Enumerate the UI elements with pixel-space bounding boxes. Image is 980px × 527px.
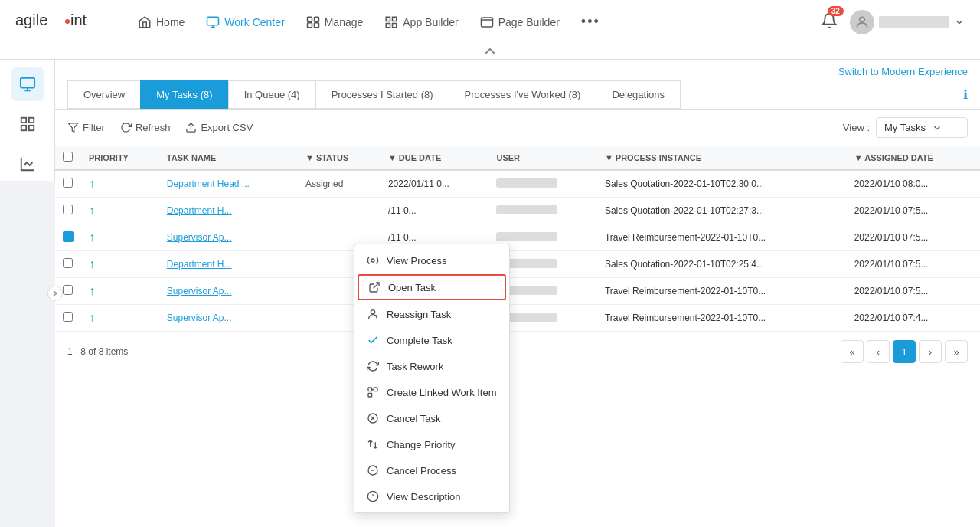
nav-app-builder[interactable]: App Builder: [384, 15, 458, 29]
process-instance-cell: Travel Reimbursement-2022-01-10T0...: [597, 278, 847, 305]
filter-button[interactable]: Filter: [67, 122, 105, 133]
notification-badge: 32: [828, 6, 844, 16]
priority-indicator: ↑: [89, 231, 95, 244]
table-container: PRIORITY TASK NAME ▼ STATUS ▼ DUE DATE U…: [55, 146, 980, 332]
table-header-row: PRIORITY TASK NAME ▼ STATUS ▼ DUE DATE U…: [55, 146, 980, 170]
notification-button[interactable]: 32: [821, 12, 838, 31]
last-page-button[interactable]: »: [945, 340, 968, 363]
main-layout: Switch to Modern Experience Overview My …: [0, 60, 980, 527]
tab-in-queue[interactable]: In Queue (4): [228, 80, 316, 109]
assigned-date-header: ▼ ASSIGNED DATE: [847, 146, 980, 170]
menu-item-cancel-task[interactable]: Cancel Task: [354, 405, 509, 431]
collapse-bar[interactable]: [0, 44, 980, 60]
priority-cell: ↑: [81, 305, 159, 332]
svg-rect-14: [20, 78, 34, 88]
task-link[interactable]: Department H...: [167, 205, 232, 216]
assigned-date-cell: 2022/01/10 07:5...: [847, 198, 980, 224]
priority-indicator: ↑: [89, 284, 95, 297]
table-row: ↑Department Head ...Assigned2022/01/11 0…: [55, 170, 980, 198]
tab-my-tasks[interactable]: My Tasks (8): [140, 80, 228, 109]
page-1-button[interactable]: 1: [893, 340, 916, 363]
task-link[interactable]: Supervisor Ap...: [167, 313, 232, 323]
tab-processes-worked[interactable]: Processes I've Worked (8): [449, 80, 597, 109]
menu-item-view-description[interactable]: View Description: [354, 483, 509, 509]
menu-item-cancel-process[interactable]: Cancel Process: [354, 457, 509, 483]
refresh-icon: [120, 122, 132, 133]
svg-rect-8: [387, 17, 390, 21]
tab-overview[interactable]: Overview: [67, 80, 141, 109]
tab-processes-started[interactable]: Processes I Started (8): [315, 80, 449, 109]
refresh-button[interactable]: Refresh: [120, 122, 171, 133]
user-cell: [488, 170, 596, 198]
due-date-cell: 2022/01/11 0...: [381, 170, 489, 198]
menu-item-complete[interactable]: Complete Task: [354, 327, 509, 353]
assigned-date-cell: 2022/01/10 08:0...: [847, 170, 980, 198]
menu-item-rework[interactable]: Task Rework: [354, 353, 509, 379]
rework-icon: [367, 360, 379, 372]
description-icon: [367, 490, 379, 502]
menu-item-view-process[interactable]: View Process: [354, 247, 509, 273]
priority-header: PRIORITY: [81, 146, 159, 170]
prev-page-button[interactable]: ‹: [867, 340, 890, 363]
task-link[interactable]: Department Head ...: [167, 178, 250, 189]
first-page-button[interactable]: «: [841, 340, 864, 363]
nav-manage[interactable]: Manage: [306, 15, 364, 29]
task-link[interactable]: Supervisor Ap...: [167, 286, 232, 296]
nav-home[interactable]: Home: [138, 15, 185, 29]
toolbar: Filter Refresh Export CSV View : My Task…: [55, 110, 980, 146]
nav-work-center[interactable]: Work Center: [206, 15, 284, 29]
menu-item-open-task[interactable]: Open Task: [358, 274, 506, 300]
menu-item-create-linked[interactable]: Create Linked Work Item: [354, 379, 509, 405]
svg-rect-4: [307, 17, 312, 21]
user-profile[interactable]: ██████████: [850, 10, 965, 34]
svg-rect-16: [28, 118, 33, 123]
task-link[interactable]: Supervisor Ap...: [167, 232, 232, 243]
switch-modern-link[interactable]: Switch to Modern Experience: [55, 60, 980, 80]
tab-delegations[interactable]: Delegations: [596, 80, 681, 109]
info-icon[interactable]: ℹ: [963, 87, 968, 102]
row-checkbox[interactable]: [63, 231, 74, 242]
view-dropdown[interactable]: My Tasks: [876, 117, 968, 138]
nav-more-button[interactable]: •••: [581, 14, 600, 30]
user-value: [496, 232, 557, 241]
task-name-cell: Supervisor Ap...: [159, 305, 298, 332]
sidebar-item-workcenter[interactable]: [11, 67, 44, 101]
export-button[interactable]: Export CSV: [185, 122, 253, 133]
svg-rect-3: [207, 17, 219, 25]
avatar: [850, 10, 874, 34]
row-checkbox-cell[interactable]: [55, 198, 81, 224]
sidebar-item-grid[interactable]: [11, 107, 44, 141]
row-checkbox-cell[interactable]: [55, 251, 81, 278]
sidebar-expand-button[interactable]: [47, 286, 63, 301]
task-name-cell: Supervisor Ap...: [159, 278, 298, 305]
select-all-checkbox[interactable]: [63, 152, 73, 162]
row-checkbox[interactable]: [63, 205, 73, 214]
row-checkbox-cell[interactable]: [55, 224, 81, 251]
svg-rect-25: [368, 393, 372, 397]
context-menu: View Process Open Task Reassign Task Com…: [354, 244, 510, 513]
sidebar-item-chart[interactable]: [11, 147, 44, 181]
priority-cell: ↑: [81, 278, 159, 305]
tasks-table: PRIORITY TASK NAME ▼ STATUS ▼ DUE DATE U…: [55, 146, 980, 332]
row-checkbox-cell[interactable]: [55, 170, 81, 198]
next-page-button[interactable]: ›: [919, 340, 942, 363]
svg-rect-23: [368, 388, 372, 391]
row-checkbox[interactable]: [63, 178, 73, 188]
row-checkbox[interactable]: [63, 285, 73, 295]
svg-rect-9: [393, 17, 397, 21]
nav-items: Home Work Center Manage App Builder Page…: [138, 14, 798, 30]
content-area: Switch to Modern Experience Overview My …: [55, 60, 980, 527]
menu-item-reassign[interactable]: Reassign Task: [354, 301, 509, 327]
nav-right: 32 ██████████: [821, 10, 965, 34]
nav-page-builder[interactable]: Page Builder: [480, 15, 560, 29]
row-checkbox[interactable]: [63, 258, 73, 268]
menu-item-change-priority[interactable]: Change Priority: [354, 431, 509, 457]
svg-rect-11: [393, 23, 397, 27]
task-link[interactable]: Department H...: [167, 259, 232, 270]
svg-rect-12: [481, 18, 492, 27]
row-checkbox-cell[interactable]: [55, 305, 81, 332]
process-instance-cell: Travel Reimbursement-2022-01-10T0...: [597, 305, 847, 332]
assigned-date-cell: 2022/01/10 07:5...: [847, 278, 980, 305]
select-all-header[interactable]: [55, 146, 81, 170]
row-checkbox[interactable]: [63, 312, 73, 322]
